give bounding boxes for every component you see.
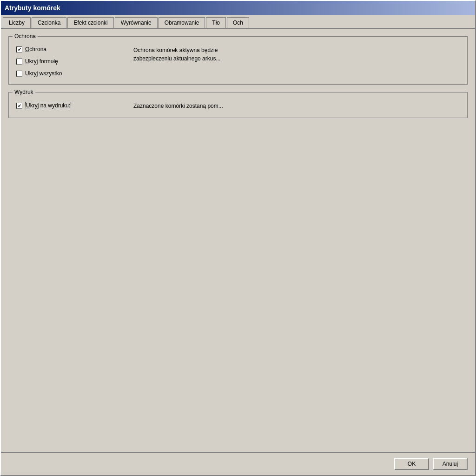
wydruk-section: Wydruk Ukryj na wydruku: Zaznaczone komó… — [8, 92, 468, 118]
tab-czcionka[interactable]: Czcionka — [32, 17, 66, 28]
tab-wyrownanie[interactable]: Wyrównanie — [115, 17, 158, 28]
ok-button[interactable]: OK — [394, 458, 429, 470]
ochrona-checkbox[interactable] — [16, 46, 22, 53]
title-bar: Atrybuty komórek — [1, 1, 475, 15]
ukryj-formule-label[interactable]: Ukryj formułę — [25, 58, 58, 65]
wydruk-checkboxes: Ukryj na wydruku: — [16, 102, 119, 110]
ochrona-checkbox-row[interactable]: Ochrona — [16, 46, 119, 53]
anuluj-button[interactable]: Anuluj — [433, 458, 468, 470]
ochrona-label[interactable]: Ochrona — [25, 46, 46, 53]
ukryj-na-wydruku-label[interactable]: Ukryj na wydruku: — [25, 102, 71, 109]
ukryj-formule-checkbox-row[interactable]: Ukryj formułę — [16, 58, 119, 65]
ochrona-legend: Ochrona — [13, 33, 38, 40]
dialog-window: Atrybuty komórek Liczby Czcionka Efekt c… — [0, 0, 476, 476]
wydruk-section-content: Ukryj na wydruku: Zaznaczone komórki zos… — [16, 102, 460, 110]
wydruk-description: Zaznaczone komórki zostaną pom... — [133, 102, 460, 110]
tab-ochrona[interactable]: Och — [227, 17, 249, 28]
ukryj-na-wydruku-checkbox[interactable] — [16, 103, 22, 109]
window-title: Atrybuty komórek — [5, 4, 471, 12]
ukryj-na-wydruku-checkbox-row[interactable]: Ukryj na wydruku: — [16, 102, 119, 109]
ukryj-wszystko-checkbox[interactable] — [16, 71, 22, 77]
tab-efekt-czcionki[interactable]: Efekt czcionki — [67, 17, 113, 28]
tab-obramowanie[interactable]: Obramowanie — [159, 17, 205, 28]
ukryj-formule-checkbox[interactable] — [16, 59, 22, 65]
tab-liczby[interactable]: Liczby — [3, 17, 31, 28]
ochrona-checkboxes: Ochrona Ukryj formułę Ukry — [16, 46, 119, 77]
ochrona-section-content: Ochrona Ukryj formułę Ukry — [16, 46, 460, 77]
ochrona-description: Ochrona komórek aktywna będzie zabezpiec… — [133, 46, 460, 77]
tab-tlo[interactable]: Tło — [206, 17, 226, 28]
content-area: Ochrona Ochrona Ukryj formułę — [1, 29, 475, 452]
ukryj-wszystko-checkbox-row[interactable]: Ukryj wszystko — [16, 70, 119, 77]
ochrona-section: Ochrona Ochrona Ukryj formułę — [8, 36, 468, 85]
tabs-container: Liczby Czcionka Efekt czcionki Wyrównani… — [1, 15, 475, 29]
bottom-bar: OK Anuluj — [1, 452, 475, 475]
ukryj-wszystko-label[interactable]: Ukryj wszystko — [25, 70, 62, 77]
wydruk-legend: Wydruk — [13, 89, 35, 95]
